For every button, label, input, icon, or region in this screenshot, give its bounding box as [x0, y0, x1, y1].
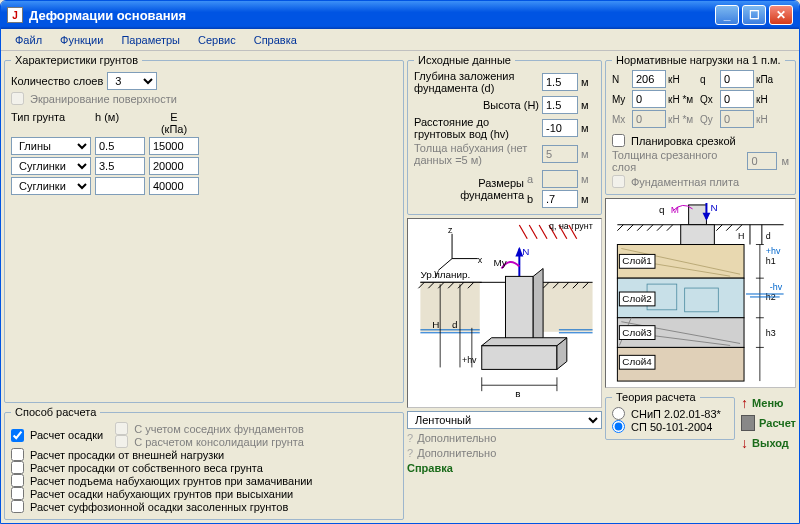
maximize-button[interactable]: ☐ [742, 5, 766, 25]
menu-params[interactable]: Параметры [113, 32, 188, 48]
arrow-up-icon: ↑ [741, 395, 748, 411]
qx-input[interactable] [720, 90, 754, 108]
svg-text:Слой1: Слой1 [622, 255, 652, 266]
svg-text:Ур.планир.: Ур.планир. [420, 269, 470, 280]
minimize-button[interactable]: _ [715, 5, 739, 25]
chk-swelling-dry-row[interactable]: Расчет осадки набухающих грунтов при выс… [11, 487, 397, 500]
chk-swelling-dry[interactable] [11, 487, 24, 500]
chk-own-weight-row[interactable]: Расчет просадки от собственного веса гру… [11, 461, 397, 474]
svg-line-70 [726, 225, 732, 231]
svg-text:q: q [659, 204, 665, 215]
gw-input[interactable] [542, 119, 578, 137]
swell-label: Толща набухания (нет данных =5 м) [414, 142, 539, 166]
soil-legend: Характеристики грунтов [11, 54, 142, 66]
chk-settlement-row[interactable]: Расчет осадки [11, 422, 103, 448]
chk-ext-load-row[interactable]: Расчет просадки от внешней нагрузки [11, 448, 397, 461]
radio-sp-row[interactable]: СП 50-101-2004 [612, 420, 728, 433]
radio-sp[interactable] [612, 420, 625, 433]
close-button[interactable]: ✕ [769, 5, 793, 25]
svg-text:x: x [478, 255, 483, 265]
n-input[interactable] [632, 70, 666, 88]
svg-text:в: в [515, 388, 520, 399]
depth-input[interactable] [542, 73, 578, 91]
foundation-type-select[interactable]: Ленточный [407, 411, 602, 429]
svg-text:h3: h3 [766, 328, 776, 338]
soil-h-1[interactable] [95, 157, 145, 175]
chk-ext-load[interactable] [11, 448, 24, 461]
svg-text:My: My [494, 257, 507, 268]
header-h: h (м) [95, 111, 145, 135]
soil-e-0[interactable] [149, 137, 199, 155]
calc-button[interactable]: Расчет [741, 415, 796, 431]
right-column: Нормативные нагрузки на 1 п.м. NкН qкПа … [605, 54, 796, 520]
dims-label: Размеры фундамента [414, 177, 524, 201]
source-data: Исходные данные Глубина заложения фундам… [407, 54, 602, 215]
foundation-diagram: q, на грунт z x y N My [407, 218, 602, 408]
source-legend: Исходные данные [414, 54, 515, 66]
menu-service[interactable]: Сервис [190, 32, 244, 48]
svg-marker-39 [533, 268, 543, 345]
svg-rect-24 [541, 282, 592, 331]
middle-column: Исходные данные Глубина заложения фундам… [407, 54, 602, 520]
soil-type-1[interactable]: Суглинки [11, 157, 91, 175]
qy-input [720, 110, 754, 128]
svg-text:d: d [452, 319, 458, 330]
soil-h-2[interactable] [95, 177, 145, 195]
radio-snip[interactable] [612, 407, 625, 420]
height-input[interactable] [542, 96, 578, 114]
layer-count-select[interactable]: 3 [107, 72, 157, 90]
svg-line-1 [529, 225, 537, 239]
chk-swelling-wet-row[interactable]: Расчет подъема набухающих грунтов при за… [11, 474, 397, 487]
my-input[interactable] [632, 90, 666, 108]
window-title: Деформации основания [29, 8, 715, 23]
menu-functions[interactable]: Функции [52, 32, 111, 48]
menu-file[interactable]: Файл [7, 32, 50, 48]
svg-text:H: H [738, 231, 744, 241]
chk-consol-row: С расчетом консолидации грунта [115, 435, 304, 448]
soil-type-2[interactable]: Суглинки [11, 177, 91, 195]
svg-text:d: d [766, 231, 771, 241]
q-input[interactable] [720, 70, 754, 88]
svg-line-63 [617, 225, 623, 231]
chk-swelling-wet[interactable] [11, 474, 24, 487]
soil-h-0[interactable] [95, 137, 145, 155]
chk-own-weight[interactable] [11, 461, 24, 474]
svg-line-66 [647, 225, 653, 231]
svg-text:+hv: +hv [462, 355, 477, 365]
left-column: Характеристики грунтов Количество слоев … [4, 54, 404, 520]
dim-a-input [542, 170, 578, 188]
exit-button[interactable]: ↓Выход [741, 435, 796, 451]
normative-loads: Нормативные нагрузки на 1 п.м. NкН qкПа … [605, 54, 796, 195]
additional-1: ?Дополнительно [407, 432, 602, 444]
svg-text:h1: h1 [766, 256, 776, 266]
chk-cut[interactable] [612, 134, 625, 147]
chk-suffusion[interactable] [11, 500, 24, 513]
window-buttons: _ ☐ ✕ [715, 5, 793, 25]
soil-e-2[interactable] [149, 177, 199, 195]
chk-neighbor-row: С учетом соседних фундаментов [115, 422, 304, 435]
chk-settlement[interactable] [11, 429, 24, 442]
menu-button[interactable]: ↑Меню [741, 395, 796, 411]
header-soil-type: Тип грунта [11, 111, 91, 135]
soil-type-0[interactable]: Глины [11, 137, 91, 155]
chk-cut-row[interactable]: Планировка срезкой [612, 134, 789, 147]
menu-help[interactable]: Справка [246, 32, 305, 48]
chk-slab-row: Фундаментная плита [612, 175, 789, 188]
svg-rect-23 [420, 282, 479, 331]
svg-text:H: H [432, 319, 439, 330]
radio-snip-row[interactable]: СНиП 2.02.01-83* [612, 407, 728, 420]
svg-line-65 [637, 225, 643, 231]
dim-b-input[interactable] [542, 190, 578, 208]
chk-consol [115, 435, 128, 448]
soil-e-1[interactable] [149, 157, 199, 175]
soil-characteristics: Характеристики грунтов Количество слоев … [4, 54, 404, 403]
menubar: Файл Функции Параметры Сервис Справка [1, 29, 799, 51]
calc-method: Способ расчета Расчет осадки С учетом со… [4, 406, 404, 520]
svg-rect-37 [505, 276, 533, 345]
titlebar: J Деформации основания _ ☐ ✕ [1, 1, 799, 29]
svg-text:z: z [448, 225, 453, 235]
help-link[interactable]: Справка [407, 462, 602, 474]
svg-line-67 [657, 225, 663, 231]
svg-text:-hv: -hv [770, 282, 783, 292]
chk-suffusion-row[interactable]: Расчет суффозионной осадки засоленных гр… [11, 500, 397, 513]
